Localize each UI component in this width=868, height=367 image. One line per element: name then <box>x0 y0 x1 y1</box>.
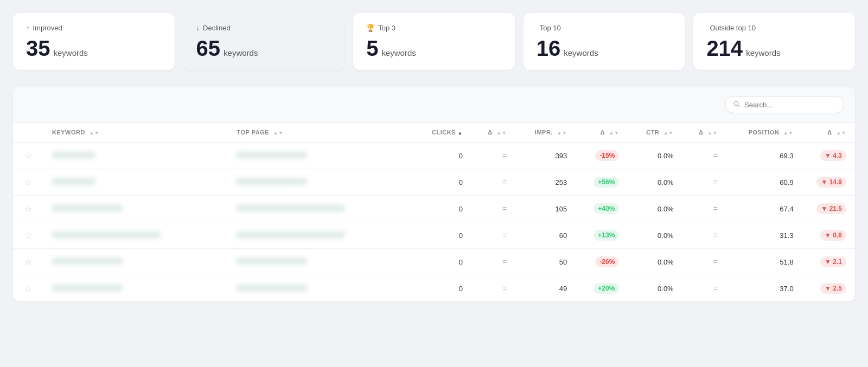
keyword-cell-2 <box>43 196 228 222</box>
stat-card-label-top10: Top 10 <box>540 24 561 32</box>
clicks-cell-2: 0 <box>413 196 471 222</box>
star-button-4[interactable]: ☆ <box>24 257 32 267</box>
stat-unit-top10: keywords <box>564 48 598 57</box>
position-sort-icon[interactable]: ▲▼ <box>783 131 794 135</box>
table-row: ☆ 0 = 393 -15% 0.0% = 69.3 ▼ 4.3 <box>13 143 855 169</box>
col-ctr-header[interactable]: CTR ▲▼ <box>628 123 682 143</box>
search-input[interactable] <box>744 101 836 109</box>
clicks-delta-sign-1: = <box>502 178 507 186</box>
stat-card-top10[interactable]: Top 10 16 keywords <box>524 13 685 70</box>
star-cell-4[interactable]: ☆ <box>13 249 43 275</box>
impr-delta-badge-3: +13% <box>593 230 619 241</box>
position-delta-badge-5: ▼ 2.5 <box>820 283 846 294</box>
impr-sort-icon[interactable]: ▲▼ <box>557 131 567 135</box>
stat-number-outside_top10: 214 <box>706 37 743 59</box>
table-row: ☆ 0 = 49 +20% 0.0% = 37.0 ▼ 2.5 <box>13 275 855 302</box>
toppage-cell-0 <box>228 143 412 169</box>
star-cell-3[interactable]: ☆ <box>13 222 43 249</box>
col-keyword-header[interactable]: KEYWORD ▲▼ <box>43 123 228 143</box>
toppage-text-1 <box>237 178 307 185</box>
delta4-sort-icon[interactable]: ▲▼ <box>836 131 846 135</box>
table-toolbar <box>13 87 855 123</box>
ctr-delta-sign-0: = <box>713 151 718 160</box>
star-button-5[interactable]: ☆ <box>24 284 32 294</box>
stat-card-header-outside_top10: Outside top 10 <box>706 24 842 32</box>
clicks-delta-cell-5: = <box>471 275 515 302</box>
impr-cell-4: 50 <box>515 249 576 275</box>
ctr-sort-icon[interactable]: ▲▼ <box>663 131 674 135</box>
ctr-delta-cell-5: = <box>682 275 726 302</box>
star-button-0[interactable]: ☆ <box>24 151 32 161</box>
stat-card-header-top3: 🏆 Top 3 <box>366 24 502 32</box>
stat-card-top3[interactable]: 🏆 Top 3 5 keywords <box>353 13 515 70</box>
clicks-delta-cell-2: = <box>471 196 515 222</box>
keyword-sort-icon[interactable]: ▲▼ <box>89 131 99 135</box>
position-delta-badge-3: ▼ 0.8 <box>820 230 846 241</box>
col-position-header[interactable]: POSITION ▲▼ <box>726 123 802 143</box>
star-cell-0[interactable]: ☆ <box>13 143 43 169</box>
stat-card-header-declined: ↓ Declined <box>196 24 332 32</box>
star-button-1[interactable]: ☆ <box>24 177 32 188</box>
stat-number-top10: 16 <box>537 37 561 59</box>
clicks-sort-icon[interactable]: ▲ <box>458 130 463 136</box>
clicks-delta-cell-0: = <box>471 143 515 169</box>
star-cell-5[interactable]: ☆ <box>13 275 43 302</box>
star-cell-2[interactable]: ☆ <box>13 196 43 222</box>
clicks-delta-sign-0: = <box>502 151 507 160</box>
toppage-cell-2 <box>228 196 412 222</box>
stat-icon-declined: ↓ <box>196 24 200 32</box>
delta3-sort-icon[interactable]: ▲▼ <box>707 131 718 135</box>
col-clicks-header[interactable]: CLICKS ▲ <box>413 123 471 143</box>
keywords-table: KEYWORD ▲▼ TOP PAGE ▲▼ CLICKS ▲ Δ ▲▼ IMP… <box>13 123 855 301</box>
impr-delta-cell-2: +40% <box>576 196 628 222</box>
position-delta-cell-1: ▼ 14.9 <box>802 169 855 196</box>
ctr-delta-cell-2: = <box>682 196 726 222</box>
clicks-delta-cell-4: = <box>471 249 515 275</box>
position-cell-4: 51.8 <box>726 249 802 275</box>
position-delta-badge-4: ▼ 2.1 <box>820 256 846 267</box>
search-box[interactable] <box>725 96 844 113</box>
toppage-sort-icon[interactable]: ▲▼ <box>273 131 284 135</box>
col-delta4-header[interactable]: Δ ▲▼ <box>802 123 855 143</box>
keyword-text-2 <box>52 205 123 211</box>
clicks-delta-cell-1: = <box>471 169 515 196</box>
keyword-cell-3 <box>43 222 228 249</box>
impr-cell-1: 253 <box>515 169 576 196</box>
table-body: ☆ 0 = 393 -15% 0.0% = 69.3 ▼ 4.3 <box>13 143 855 302</box>
stat-card-label-improved: Improved <box>33 24 62 32</box>
position-delta-cell-0: ▼ 4.3 <box>802 143 855 169</box>
position-delta-badge-2: ▼ 21.5 <box>816 203 846 214</box>
table-row: ☆ 0 = 50 -26% 0.0% = 51.8 ▼ 2.1 <box>13 249 855 275</box>
col-delta2-header[interactable]: Δ ▲▼ <box>576 123 628 143</box>
col-delta3-header[interactable]: Δ ▲▼ <box>682 123 726 143</box>
stats-row: ↑ Improved 35 keywords ↓ Declined 65 key… <box>13 13 855 70</box>
delta1-sort-icon[interactable]: ▲▼ <box>496 131 507 135</box>
position-cell-5: 37.0 <box>726 275 802 302</box>
position-delta-cell-2: ▼ 21.5 <box>802 196 855 222</box>
ctr-delta-sign-1: = <box>713 178 718 186</box>
col-toppage-header[interactable]: TOP PAGE ▲▼ <box>228 123 412 143</box>
impr-cell-0: 393 <box>515 143 576 169</box>
star-cell-1[interactable]: ☆ <box>13 169 43 196</box>
ctr-delta-cell-4: = <box>682 249 726 275</box>
star-button-2[interactable]: ☆ <box>24 204 32 214</box>
stat-card-header-top10: Top 10 <box>537 24 672 32</box>
clicks-cell-3: 0 <box>413 222 471 249</box>
impr-delta-cell-3: +13% <box>576 222 628 249</box>
toppage-text-2 <box>237 205 345 211</box>
table-header: KEYWORD ▲▼ TOP PAGE ▲▼ CLICKS ▲ Δ ▲▼ IMP… <box>13 123 855 143</box>
impr-cell-5: 49 <box>515 275 576 302</box>
delta2-sort-icon[interactable]: ▲▼ <box>609 131 620 135</box>
stat-card-improved[interactable]: ↑ Improved 35 keywords <box>13 13 175 70</box>
position-delta-cell-4: ▼ 2.1 <box>802 249 855 275</box>
col-impr-header[interactable]: IMPR. ▲▼ <box>515 123 576 143</box>
toppage-text-0 <box>237 152 307 158</box>
stat-card-declined[interactable]: ↓ Declined 65 keywords <box>183 13 345 70</box>
position-cell-0: 69.3 <box>726 143 802 169</box>
keyword-cell-5 <box>43 275 228 302</box>
stat-unit-top3: keywords <box>381 48 416 57</box>
star-button-3[interactable]: ☆ <box>24 230 32 241</box>
col-delta1-header[interactable]: Δ ▲▼ <box>471 123 515 143</box>
stat-card-outside_top10[interactable]: Outside top 10 214 keywords <box>693 13 855 70</box>
ctr-cell-3: 0.0% <box>628 222 682 249</box>
